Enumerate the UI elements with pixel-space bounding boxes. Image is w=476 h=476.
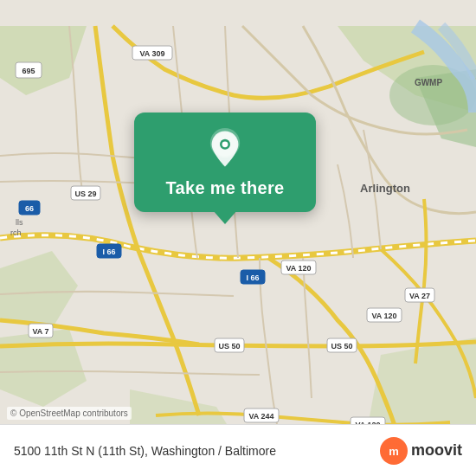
osm-attribution-text: © OpenStreetMap contributors	[10, 408, 128, 418]
svg-text:US 50: US 50	[218, 342, 240, 351]
svg-text:VA 309: VA 309	[139, 49, 164, 58]
svg-text:VA 120: VA 120	[286, 264, 311, 273]
map-roads: 695 VA 309 US 29 66 I 66 I 66 VA 120 VA …	[0, 0, 476, 476]
svg-text:US 50: US 50	[331, 342, 352, 351]
moovit-logo: m moovit	[380, 437, 462, 465]
svg-text:VA 27: VA 27	[409, 292, 430, 300]
svg-text:Arlington: Arlington	[360, 182, 410, 195]
svg-marker-4	[0, 251, 78, 329]
svg-text:VA 120: VA 120	[371, 312, 396, 320]
osm-attribution: © OpenStreetMap contributors	[7, 407, 132, 420]
svg-text:GWMP: GWMP	[415, 78, 443, 87]
svg-marker-5	[0, 329, 87, 407]
bottom-bar: 5100 11th St N (11th St), Washington / B…	[0, 424, 476, 476]
svg-text:I 66: I 66	[246, 273, 259, 282]
svg-text:US 29: US 29	[74, 190, 96, 198]
address-label: 5100 11th St N (11th St), Washington / B…	[14, 444, 276, 458]
moovit-text: moovit	[411, 441, 462, 460]
map-container: 695 VA 309 US 29 66 I 66 I 66 VA 120 VA …	[0, 0, 476, 476]
svg-text:rch: rch	[10, 228, 22, 237]
svg-point-43	[222, 141, 228, 147]
svg-text:695: 695	[22, 67, 35, 75]
location-pin-icon	[204, 128, 246, 170]
location-card: Take me there	[134, 113, 316, 212]
take-me-there-button[interactable]: Take me there	[166, 178, 285, 198]
svg-text:66: 66	[25, 204, 34, 213]
svg-text:lls: lls	[16, 218, 23, 227]
svg-text:m: m	[389, 445, 399, 458]
svg-text:VA 244: VA 244	[248, 412, 273, 421]
svg-text:I 66: I 66	[102, 248, 115, 256]
moovit-icon: m	[380, 437, 408, 465]
svg-text:VA 7: VA 7	[32, 327, 48, 336]
